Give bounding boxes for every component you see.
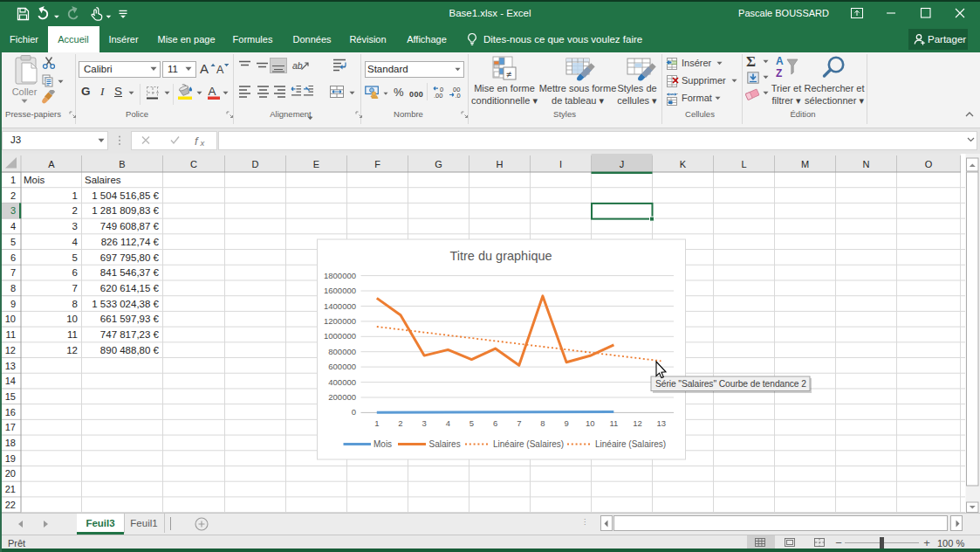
svg-text:13: 13 bbox=[656, 418, 666, 428]
svg-text:7: 7 bbox=[517, 418, 521, 428]
svg-text:620 614,15 €: 620 614,15 € bbox=[100, 283, 160, 293]
svg-text:L: L bbox=[741, 159, 746, 169]
svg-text:11: 11 bbox=[67, 329, 78, 340]
svg-text:3: 3 bbox=[10, 205, 16, 216]
svg-text:11: 11 bbox=[6, 329, 16, 340]
svg-text:20: 20 bbox=[5, 468, 16, 479]
svg-text:Salaires: Salaires bbox=[85, 175, 121, 185]
svg-text:6: 6 bbox=[493, 418, 497, 428]
svg-text:6: 6 bbox=[72, 267, 78, 278]
svg-text:O: O bbox=[925, 159, 933, 169]
svg-text:661 597,93 €: 661 597,93 € bbox=[100, 314, 160, 324]
svg-text:15: 15 bbox=[5, 391, 16, 402]
svg-text:H: H bbox=[497, 159, 504, 169]
svg-text:Mois: Mois bbox=[24, 175, 45, 185]
svg-text:600000: 600000 bbox=[328, 362, 356, 371]
svg-text:A: A bbox=[48, 159, 55, 169]
svg-text:9: 9 bbox=[10, 299, 16, 309]
svg-text:10: 10 bbox=[586, 418, 595, 428]
svg-text:1400000: 1400000 bbox=[324, 301, 356, 311]
svg-text:1000000: 1000000 bbox=[324, 331, 356, 341]
svg-text:Titre du graphique: Titre du graphique bbox=[449, 249, 552, 263]
svg-text:Série "Salaires" Courbe de ten: Série "Salaires" Courbe de tendance 2 bbox=[655, 379, 806, 389]
svg-text:A: A bbox=[200, 61, 209, 76]
svg-text:749 608,87 €: 749 608,87 € bbox=[100, 221, 160, 231]
svg-text:8: 8 bbox=[10, 283, 16, 293]
svg-text:400000: 400000 bbox=[328, 377, 356, 387]
svg-text:1: 1 bbox=[72, 190, 78, 201]
svg-text:f: f bbox=[195, 135, 199, 146]
svg-text:3: 3 bbox=[421, 418, 426, 428]
svg-text:17: 17 bbox=[5, 422, 16, 432]
svg-text:Mois: Mois bbox=[373, 439, 392, 449]
svg-text:ab: ab bbox=[292, 60, 303, 71]
svg-text:11: 11 bbox=[609, 418, 618, 428]
svg-text:200000: 200000 bbox=[328, 392, 356, 402]
svg-text:7: 7 bbox=[72, 283, 78, 293]
svg-text:D: D bbox=[252, 159, 259, 169]
svg-text:6: 6 bbox=[10, 252, 16, 263]
svg-text:2: 2 bbox=[398, 418, 402, 428]
svg-text:1 281 809,83 €: 1 281 809,83 € bbox=[92, 205, 159, 216]
svg-text:841 546,37 €: 841 546,37 € bbox=[100, 267, 160, 278]
svg-text:5: 5 bbox=[469, 418, 474, 428]
svg-text:8: 8 bbox=[540, 418, 545, 428]
svg-text:G: G bbox=[435, 159, 442, 169]
svg-text:697 795,80 €: 697 795,80 € bbox=[100, 252, 160, 263]
svg-text:12: 12 bbox=[633, 418, 642, 428]
svg-text:2: 2 bbox=[72, 205, 78, 216]
svg-text:Salaires: Salaires bbox=[429, 439, 461, 449]
svg-text:B: B bbox=[119, 159, 125, 169]
svg-text:12: 12 bbox=[66, 345, 78, 355]
svg-text:7: 7 bbox=[10, 267, 16, 278]
svg-text:I: I bbox=[559, 159, 562, 169]
svg-text:8: 8 bbox=[72, 299, 78, 309]
svg-text:4: 4 bbox=[10, 221, 16, 231]
svg-text:5: 5 bbox=[72, 252, 78, 263]
svg-text:2: 2 bbox=[10, 190, 16, 201]
svg-text:10: 10 bbox=[66, 314, 78, 324]
svg-text:22: 22 bbox=[5, 500, 16, 510]
svg-text:1: 1 bbox=[10, 175, 16, 185]
svg-text:A: A bbox=[216, 64, 224, 76]
svg-text:F: F bbox=[374, 159, 380, 169]
svg-text:Linéaire (Salaires): Linéaire (Salaires) bbox=[595, 439, 666, 449]
svg-text:K: K bbox=[680, 159, 687, 169]
svg-text:10: 10 bbox=[5, 314, 16, 324]
svg-text:,00: ,00 bbox=[434, 92, 442, 99]
svg-text:1: 1 bbox=[374, 418, 379, 428]
svg-text:1600000: 1600000 bbox=[324, 286, 356, 295]
svg-text:21: 21 bbox=[5, 484, 16, 494]
svg-text:19: 19 bbox=[5, 453, 16, 464]
svg-text:4: 4 bbox=[72, 237, 79, 247]
svg-text:N: N bbox=[863, 159, 870, 169]
svg-text:890 488,80 €: 890 488,80 € bbox=[100, 345, 160, 355]
svg-text:9: 9 bbox=[564, 418, 568, 428]
svg-text:1800000: 1800000 bbox=[324, 271, 356, 280]
svg-text:J: J bbox=[620, 159, 625, 169]
svg-text:5: 5 bbox=[10, 237, 16, 247]
svg-text:M: M bbox=[801, 159, 809, 169]
svg-text:0: 0 bbox=[352, 407, 356, 417]
svg-text:826 112,74 €: 826 112,74 € bbox=[101, 237, 160, 247]
svg-text:1 533 024,38 €: 1 533 024,38 € bbox=[92, 299, 159, 309]
svg-text:18: 18 bbox=[5, 438, 16, 448]
svg-text:C: C bbox=[190, 159, 197, 169]
svg-text:A: A bbox=[776, 55, 784, 67]
svg-text:16: 16 bbox=[5, 407, 16, 417]
svg-text:12: 12 bbox=[5, 345, 16, 355]
svg-text:3: 3 bbox=[72, 221, 78, 231]
svg-text:747 817,23 €: 747 817,23 € bbox=[100, 329, 160, 340]
svg-text:A: A bbox=[209, 85, 216, 98]
svg-text:Linéaire (Salaires): Linéaire (Salaires) bbox=[493, 439, 564, 449]
svg-text:1 504 516,85 €: 1 504 516,85 € bbox=[92, 190, 159, 201]
svg-text:≠: ≠ bbox=[506, 69, 511, 79]
svg-text:4: 4 bbox=[446, 418, 450, 428]
svg-text:14: 14 bbox=[5, 376, 16, 386]
svg-text:x: x bbox=[200, 138, 206, 147]
svg-text:800000: 800000 bbox=[328, 347, 356, 356]
svg-text:1200000: 1200000 bbox=[324, 316, 356, 326]
svg-text:Z: Z bbox=[776, 67, 782, 79]
svg-text:E: E bbox=[313, 159, 319, 169]
svg-text:13: 13 bbox=[5, 361, 16, 371]
